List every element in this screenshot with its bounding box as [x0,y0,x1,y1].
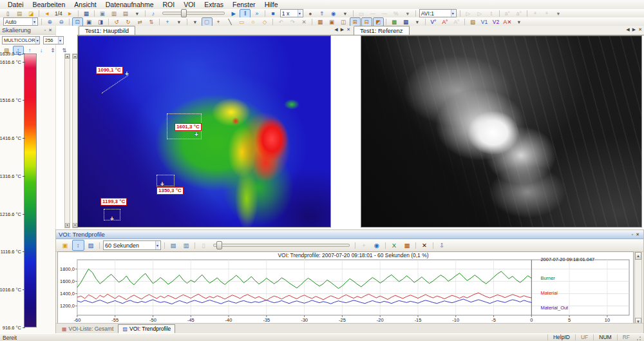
tab-voi-liste[interactable]: ▦ VOI-Liste: Gesamt [57,324,118,333]
voi-more-icon[interactable]: ▾ [412,17,423,26]
draw-ellipse-icon[interactable]: ○ [248,17,259,26]
menu-extras[interactable]: Extras [200,0,228,9]
menu-datenaufnahme[interactable]: Datenaufnahme [101,0,158,9]
sound-icon[interactable]: ♪ [147,9,158,18]
fit-window-icon[interactable]: ⊡ [72,17,83,26]
thermal-image[interactable]: + 1090,1 °C + 1601,3 °C + 1350,3 °C 1199… [77,35,331,228]
draw-point-icon[interactable]: + [213,17,224,26]
save-icon[interactable]: ▦ [80,9,91,18]
cascade-icon[interactable]: — [367,9,378,18]
close-window-icon[interactable]: ✕ [346,27,350,32]
voi-show-icon[interactable]: ▩ [389,17,400,26]
profile-export-icon[interactable]: ▤ [167,240,180,251]
palette-combo[interactable]: MULTICOLOR ▾ [2,36,40,44]
autosave-1-icon[interactable]: ª [529,9,540,18]
view-more-icon[interactable]: ▾ [174,17,185,26]
reference-image[interactable] [361,35,642,228]
voi-list-icon[interactable]: ▣ [59,240,71,251]
link-windows-icon[interactable]: ▭ [355,9,366,18]
export-more-icon[interactable]: ▾ [131,9,142,18]
playback-more-icon[interactable]: ▾ [339,9,350,18]
step-up-icon[interactable]: ⇑ [316,9,327,18]
menu-datei[interactable]: Datei [3,0,28,9]
voi-add-icon[interactable]: V1 [479,17,490,26]
pause-icon[interactable]: ‖ [240,9,251,18]
flip-horizontal-icon[interactable]: ⇄ [135,17,146,26]
clear-trend-icon[interactable]: ✕ [419,240,431,251]
prev-window-icon[interactable]: ◀ [626,27,629,32]
speed-combo[interactable]: 1 x▾ [280,9,303,17]
roi-paste-icon[interactable]: ◫ [338,17,349,26]
avi-combo[interactable]: AVI:1▾ [419,9,457,17]
prev-frame-icon[interactable]: ◄ [42,9,53,18]
rotate-right-icon[interactable]: ↻ [123,17,134,26]
stop-icon[interactable]: ■ [267,9,278,18]
isotherm-b-icon[interactable]: ▷ [474,9,485,18]
tab-voi-trendprofile[interactable]: ▨ VOI: Trendprofile [118,324,175,333]
scroll-up-icon[interactable]: ▲ [635,252,641,260]
prev-window-icon[interactable]: ◀ [334,27,337,32]
roi-undo-icon[interactable]: ↶ [276,17,287,26]
zoom-out-icon[interactable]: ⊖ [56,17,67,26]
flip-vertical-icon[interactable]: ⇅ [146,17,157,26]
draw-line-icon[interactable]: ╲ [225,17,236,26]
play-icon[interactable]: ▶ [228,9,239,18]
measurement-label-4[interactable]: 1199,3 °C [100,198,127,206]
table-view-icon[interactable]: ▦ [401,240,413,251]
voi-remove-icon[interactable]: A✕ [502,17,513,26]
tab-hauptbild[interactable]: Test1: Hauptbild [79,26,135,35]
voi-matrix-icon[interactable]: ▦ [401,17,412,26]
measurement-label-2[interactable]: 1601,3 °C [175,123,202,131]
zoom-mode-combo[interactable]: Auto▾ [3,17,38,26]
measure-point-icon[interactable]: + [160,182,164,187]
measure-region[interactable] [156,175,175,186]
trend-autoscale-icon[interactable]: ↕ [72,240,84,251]
menu-hilfe[interactable]: Hilfe [260,0,283,9]
roi-delete-icon[interactable]: ✕ [299,17,310,26]
close-icon[interactable]: ✕ [47,28,53,33]
menu-ansicht[interactable]: Ansicht [70,0,100,9]
record-icon[interactable]: ● [305,9,316,18]
draw-polygon-icon[interactable]: ◇ [260,17,270,26]
next-window-icon[interactable]: ▶ [341,27,344,32]
trend-chart[interactable]: VOI: Trendprofile: 2007-07-20 09:18:01 -… [57,251,634,326]
select-roi-icon[interactable]: ▢ [202,17,213,26]
voi-list-more-icon[interactable]: ▾ [514,17,525,26]
window-more-icon[interactable]: ▾ [402,9,413,18]
levels-combo[interactable]: 256 ▾ [43,36,64,44]
measurement-label-3[interactable]: 1350,3 °C [156,187,184,195]
voi-stats-icon[interactable]: A° [451,17,462,26]
menu-voi[interactable]: VOI [179,0,200,9]
profile-print-icon[interactable]: ▯ [198,240,210,251]
roi-more-icon[interactable]: ▾ [190,17,201,26]
tab-referenz[interactable]: Test1: Referenz [354,26,410,35]
trend-chart-canvas[interactable]: VOI: Trendprofile: 2007-07-20 09:18:01 -… [58,252,633,326]
menu-bearbeiten[interactable]: Bearbeiten [28,0,70,9]
measure-point-icon[interactable]: + [194,132,198,137]
close-icon[interactable]: ✕ [634,232,641,237]
zoom-in-icon[interactable]: ⊕ [44,17,55,26]
roi-redo-icon[interactable]: ↷ [287,17,298,26]
autosave-more-icon[interactable]: ▾ [553,9,564,18]
alarm-low-icon[interactable]: a° [513,9,524,18]
autosave-2-icon[interactable]: ª [541,9,552,18]
new-image-icon[interactable]: ▯ [3,9,14,18]
full-image-icon[interactable]: ▣ [84,17,95,26]
voi-values-icon[interactable]: V° [428,17,439,26]
trigger-icon[interactable]: t [486,9,497,18]
roi-edit-icon[interactable]: ▦ [315,17,326,26]
resize-grip[interactable] [635,335,641,340]
tile-icon[interactable]: — [379,9,390,18]
voi-config-icon[interactable]: ▧ [468,17,478,26]
export-report-icon[interactable]: ▤ [120,9,131,18]
trend-pause-icon[interactable]: ◉ [371,240,383,251]
rotate-left-icon[interactable]: ↺ [111,17,122,26]
slider-thumb[interactable] [181,9,187,17]
trend-settings-icon[interactable]: ▨ [85,240,97,251]
measure-point-icon[interactable]: + [110,217,114,222]
roi-export-icon[interactable]: ◩ [373,17,384,26]
excel-export-icon[interactable]: X [388,240,401,251]
alarm-high-icon[interactable]: a° [502,9,513,18]
voi-areas-icon[interactable]: A° [440,17,451,26]
open-folder-icon[interactable]: ◪ [26,9,37,18]
